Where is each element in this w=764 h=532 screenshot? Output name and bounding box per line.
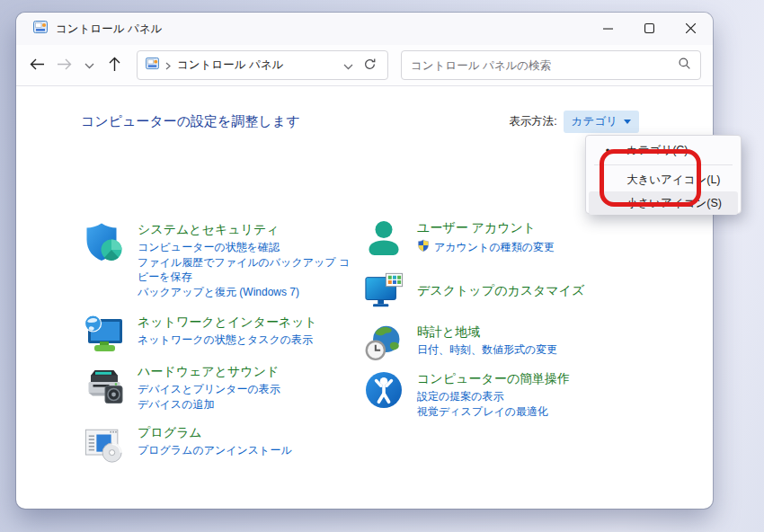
maximize-button[interactable] [628,13,670,45]
control-panel-icon [146,57,159,74]
category-ease-of-access[interactable]: コンピューターの簡単操作 設定の提案の表示 視覚ディスプレイの最適化 [362,370,614,419]
window-title: コントロール パネル [56,22,162,37]
task-link[interactable]: 視覚ディスプレイの最適化 [417,404,570,420]
search-input[interactable] [411,59,678,72]
view-by-value: カテゴリ [572,114,617,129]
category-appearance[interactable]: デスクトップのカスタマイズ [362,270,614,310]
titlebar[interactable]: コントロール パネル [16,13,713,45]
control-panel-window: コントロール パネル [16,13,713,509]
task-link[interactable]: プログラムのアンインストール [138,443,292,458]
view-by-label: 表示方法: [509,114,556,129]
user-accounts-icon[interactable] [362,219,405,259]
ease-of-access-icon[interactable] [362,370,405,410]
system-security-icon[interactable] [83,221,126,264]
task-link[interactable]: デバイスとプリンターの表示 [138,382,280,397]
selected-bullet-icon: • [589,144,626,157]
control-panel-icon [33,20,48,38]
breadcrumb-separator-icon [165,58,171,74]
category-title-link[interactable]: プログラム [138,424,292,440]
close-icon [686,22,696,36]
menu-item-label: カテゴリ(C) [626,143,688,158]
minimize-button[interactable] [587,13,628,45]
network-internet-icon[interactable] [83,314,126,357]
refresh-icon [363,58,377,74]
view-by-control: 表示方法: カテゴリ [509,111,639,133]
programs-icon[interactable] [83,424,126,467]
category-text: ユーザー アカウント アカウン [417,219,555,259]
category-text: 時計と地域 日付、時刻、数値形式の変更 [417,324,557,363]
category-hardware-sound[interactable]: ハードウェアとサウンド デバイスとプリンターの表示 デバイスの追加 [83,363,357,412]
refresh-button[interactable] [360,51,379,80]
chevron-down-icon [84,58,94,72]
navigation-bar: コントロール パネル [16,45,713,86]
view-by-menu: • カテゴリ(C) 大きいアイコン(L) 小さいアイコン(S) [585,135,742,214]
maximize-icon [644,22,654,36]
task-link[interactable]: 設定の提案の表示 [417,389,570,404]
search-bar[interactable] [401,50,701,80]
menu-item-large-icons[interactable]: 大きいアイコン(L) [589,168,738,191]
back-button[interactable] [23,51,50,80]
category-title-link[interactable]: 時計と地域 [417,324,557,340]
category-title-link[interactable]: コンピューターの簡単操作 [417,370,570,386]
task-link[interactable]: 日付、時刻、数値形式の変更 [417,342,557,358]
menu-separator [594,164,733,165]
category-user-accounts[interactable]: ユーザー アカウント アカウン [362,219,614,259]
category-text: コンピューターの簡単操作 設定の提案の表示 視覚ディスプレイの最適化 [417,370,570,419]
task-link[interactable]: デバイスの追加 [138,397,280,412]
category-text: ハードウェアとサウンド デバイスとプリンターの表示 デバイスの追加 [138,363,280,412]
view-by-dropdown[interactable]: カテゴリ [564,111,639,133]
category-title-link[interactable]: システムとセキュリティ [138,221,357,237]
up-arrow-icon [108,57,121,75]
minimize-icon [603,22,613,36]
category-clock-region[interactable]: 時計と地域 日付、時刻、数値形式の変更 [362,324,614,363]
category-column-left: システムとセキュリティ コンピューターの状態を確認 ファイル履歴でファイルのバッ… [83,221,357,467]
category-text: デスクトップのカスタマイズ [417,282,584,298]
hardware-sound-icon[interactable] [83,363,126,406]
search-icon [678,57,691,74]
task-link[interactable]: ファイル履歴でファイルのバックアップ コピーを保存 [138,255,357,285]
appearance-personalization-icon[interactable] [362,270,405,310]
menu-item-small-icons[interactable]: 小さいアイコン(S) [589,191,738,215]
forward-button[interactable] [50,51,77,80]
task-link-label: アカウントの種類の変更 [434,240,555,255]
category-title-link[interactable]: デスクトップのカスタマイズ [417,282,584,298]
category-title-link[interactable]: ハードウェアとサウンド [138,363,280,379]
category-text: プログラム プログラムのアンインストール [138,424,292,467]
task-link[interactable]: バックアップと復元 (Windows 7) [138,285,357,300]
task-link[interactable]: コンピューターの状態を確認 [138,240,357,255]
category-text: システムとセキュリティ コンピューターの状態を確認 ファイル履歴でファイルのバッ… [138,221,357,299]
menu-item-category[interactable]: • カテゴリ(C) [589,138,738,162]
address-bar[interactable]: コントロール パネル [137,50,388,80]
category-title-link[interactable]: ユーザー アカウント [417,219,555,235]
uac-shield-icon [417,239,430,256]
breadcrumb[interactable]: コントロール パネル [177,58,283,73]
recent-locations-button[interactable] [77,51,101,80]
close-button[interactable] [670,13,711,45]
address-dropdown-chevron-icon[interactable] [343,58,353,74]
task-link[interactable]: ネットワークの状態とタスクの表示 [138,332,317,348]
back-arrow-icon [30,58,45,74]
menu-item-label: 大きいアイコン(L) [626,173,721,188]
category-network-internet[interactable]: ネットワークとインターネット ネットワークの状態とタスクの表示 [83,314,357,357]
category-programs[interactable]: プログラム プログラムのアンインストール [83,424,357,467]
menu-item-label: 小さいアイコン(S) [626,196,722,211]
page-title: コンピューターの設定を調整します [81,113,300,130]
category-text: ネットワークとインターネット ネットワークの状態とタスクの表示 [138,314,317,357]
category-column-right: ユーザー アカウント アカウン [362,219,614,419]
task-link-uac[interactable]: アカウントの種類の変更 [417,238,555,256]
dropdown-triangle-icon [624,120,631,124]
category-system-security[interactable]: システムとセキュリティ コンピューターの状態を確認 ファイル履歴でファイルのバッ… [83,221,357,299]
forward-arrow-icon [57,58,72,74]
category-title-link[interactable]: ネットワークとインターネット [138,314,317,330]
clock-region-icon[interactable] [362,324,405,363]
up-button[interactable] [101,51,128,80]
